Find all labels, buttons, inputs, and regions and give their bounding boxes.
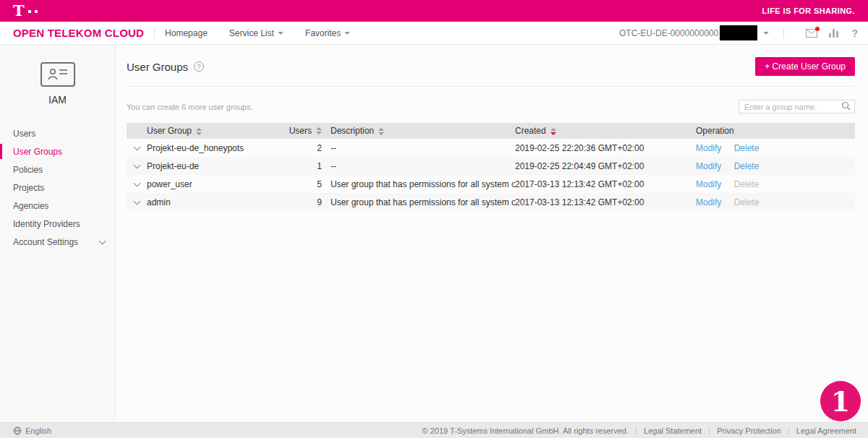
group-name[interactable]: power_user: [147, 179, 292, 189]
body: IAM Users User Groups Policies Projects …: [0, 45, 868, 422]
created-timestamp: 2017-03-13 12:13:42 GMT+02:00: [515, 179, 696, 189]
delete-link[interactable]: Delete: [734, 143, 760, 153]
modify-link[interactable]: Modify: [696, 143, 721, 153]
account-menu-chevron-icon[interactable]: [763, 32, 769, 35]
legal-agreement-link[interactable]: Legal Agreement: [796, 426, 856, 435]
modify-link[interactable]: Modify: [696, 179, 721, 189]
account-id: OTC-EU-DE-0000000000: [619, 28, 718, 38]
redacted-account-name: [720, 25, 757, 40]
copyright: © 2019 T-Systems International GmbH. All…: [422, 426, 629, 435]
sidebar-item-users[interactable]: Users: [0, 124, 115, 142]
modify-link[interactable]: Modify: [696, 197, 721, 207]
col-header-users[interactable]: Users: [292, 126, 331, 136]
group-description: User group that has permissions for all …: [331, 197, 515, 207]
notification-dot: [815, 27, 820, 31]
expand-row-icon[interactable]: [133, 179, 140, 186]
bar-chart-icon: [829, 29, 840, 38]
table-header-row: User Group Users Description Created Ope…: [127, 123, 855, 139]
page-title: User Groups: [127, 61, 188, 73]
language-selector[interactable]: English: [13, 426, 51, 435]
search-input[interactable]: [744, 103, 841, 111]
search-icon[interactable]: [841, 100, 851, 113]
sidebar-item-user-groups[interactable]: User Groups: [0, 142, 115, 160]
col-header-created[interactable]: Created: [515, 126, 696, 136]
sidebar-item-policies[interactable]: Policies: [0, 160, 115, 179]
delete-link[interactable]: Delete: [734, 161, 760, 171]
col-header-description[interactable]: Description: [331, 126, 515, 136]
sort-icon[interactable]: [196, 128, 202, 135]
col-header-user-group[interactable]: User Group: [147, 126, 292, 136]
header-divider: [154, 28, 155, 38]
created-timestamp: 2017-03-13 12:13:42 GMT+02:00: [515, 197, 696, 207]
sidebar-item-account-settings[interactable]: Account Settings: [0, 233, 115, 251]
expand-row-icon[interactable]: [133, 143, 140, 150]
usage-stats-icon[interactable]: [829, 29, 840, 38]
modify-link[interactable]: Modify: [696, 161, 721, 171]
table-row: Projekt-eu-de 1 -- 2019-02-25 22:04:49 G…: [127, 157, 855, 175]
group-name[interactable]: Projekt-eu-de_honeypots: [147, 143, 292, 153]
sidebar-item-agencies[interactable]: Agencies: [0, 197, 115, 215]
header-rule: [127, 86, 855, 87]
messages-icon[interactable]: [806, 29, 817, 38]
users-count: 5: [292, 179, 331, 189]
nav-favorites[interactable]: Favorites: [305, 28, 350, 38]
privacy-protection-link[interactable]: Privacy Protection: [717, 426, 781, 435]
created-timestamp: 2019-02-25 22:04:49 GMT+02:00: [515, 161, 696, 171]
app-header: OPEN TELEKOM CLOUD Homepage Service List…: [0, 22, 868, 45]
id-card-icon: [46, 66, 69, 82]
t-logo-dot: [35, 10, 38, 13]
telekom-t-logo[interactable]: T: [13, 4, 38, 18]
globe-icon: [13, 426, 22, 435]
service-title: IAM: [0, 94, 115, 106]
sidebar-item-projects[interactable]: Projects: [0, 179, 115, 197]
group-name[interactable]: admin: [147, 197, 292, 207]
created-timestamp: 2019-02-25 22:20:36 GMT+02:00: [515, 143, 696, 153]
chevron-down-icon: [278, 32, 284, 35]
table-row: admin 9 User group that has permissions …: [127, 193, 855, 211]
step-annotation-badge: 1: [820, 381, 861, 421]
group-description: --: [331, 143, 515, 153]
header-divider: [783, 28, 784, 38]
users-count: 2: [292, 143, 331, 153]
iam-service-icon: [41, 62, 75, 87]
main-content: User Groups ? + Create User Group You ca…: [116, 45, 868, 422]
page: T LIFE IS FOR SHARING. OPEN TELEKOM CLOU…: [0, 0, 868, 438]
users-count: 9: [292, 197, 331, 207]
group-search-box: [739, 100, 855, 113]
footer: English © 2019 T-Systems International G…: [0, 422, 868, 438]
help-icon[interactable]: ?: [851, 27, 858, 39]
create-user-group-button[interactable]: + Create User Group: [755, 57, 855, 76]
sidebar-item-identity-providers[interactable]: Identity Providers: [0, 215, 115, 233]
sort-icon[interactable]: [378, 128, 384, 135]
brand-logo[interactable]: OPEN TELEKOM CLOUD: [13, 27, 144, 39]
sort-icon-active[interactable]: [550, 128, 556, 135]
nav-service-list[interactable]: Service List: [229, 28, 284, 38]
sidebar: IAM Users User Groups Policies Projects …: [0, 45, 116, 422]
col-header-operation: Operation: [696, 126, 855, 136]
nav-homepage[interactable]: Homepage: [165, 28, 208, 38]
tagline: LIFE IS FOR SHARING.: [762, 7, 855, 15]
delete-link-disabled: Delete: [734, 197, 760, 207]
group-description: --: [331, 161, 515, 171]
sort-icon[interactable]: [316, 127, 322, 134]
telekom-top-bar: T LIFE IS FOR SHARING.: [0, 0, 868, 22]
legal-statement-link[interactable]: Legal Statement: [644, 426, 702, 435]
table-row: Projekt-eu-de_honeypots 2 -- 2019-02-25 …: [127, 139, 855, 157]
title-help-icon[interactable]: ?: [194, 61, 204, 72]
users-count: 1: [292, 161, 331, 171]
quota-note: You can create 6 more user groups.: [127, 103, 252, 111]
expand-row-icon[interactable]: [133, 161, 140, 168]
group-description: User group that has permissions for all …: [331, 179, 515, 189]
user-groups-table: User Group Users Description Created Ope…: [127, 123, 855, 211]
chevron-down-icon: [99, 237, 106, 244]
group-name[interactable]: Projekt-eu-de: [147, 161, 292, 171]
table-row: power_user 5 User group that has permiss…: [127, 175, 855, 193]
expand-row-icon[interactable]: [133, 197, 140, 205]
t-logo-glyph: T: [13, 4, 25, 18]
sidebar-menu: Users User Groups Policies Projects Agen…: [0, 124, 115, 251]
chevron-down-icon: [344, 32, 350, 35]
t-logo-dot: [28, 10, 31, 13]
delete-link-disabled: Delete: [734, 179, 760, 189]
